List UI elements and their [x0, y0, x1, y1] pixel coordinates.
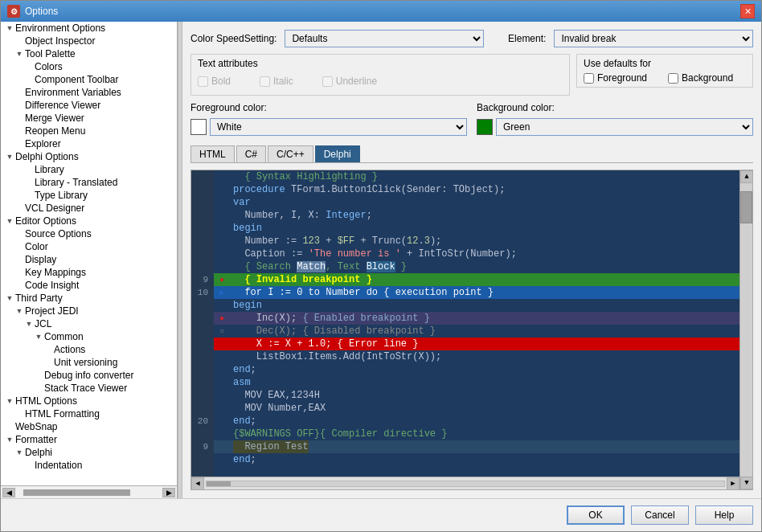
code-scroll[interactable]: 910209 ●▶●○ { Syntax Highlighting }proce…: [191, 170, 739, 477]
tree-item-editor-options[interactable]: ▼Editor Options: [1, 215, 177, 227]
tree-item-difference-viewer[interactable]: Difference Viewer: [1, 99, 177, 112]
tree-item-actions[interactable]: Actions: [1, 343, 177, 356]
bg-color-select[interactable]: Green: [496, 118, 753, 136]
hscroll-right-btn[interactable]: ▶: [727, 477, 739, 490]
tree-item-color[interactable]: Color: [1, 240, 177, 253]
tree-item-object-inspector[interactable]: Object Inspector: [1, 35, 177, 47]
italic-checkbox[interactable]: [260, 76, 270, 87]
tree-item-tool-palette[interactable]: ▼Tool Palette: [1, 47, 177, 60]
italic-checkbox-label[interactable]: Italic: [260, 76, 293, 87]
tree-item-type-library[interactable]: Type Library: [1, 189, 177, 202]
tab-html[interactable]: HTML: [190, 145, 235, 162]
vscroll-up-btn[interactable]: ▲: [740, 170, 753, 183]
tree-label-type-library: Type Library: [35, 190, 88, 201]
tree-scroll[interactable]: ▼Environment OptionsObject Inspector▼Too…: [1, 22, 177, 485]
tree-label-color: Color: [25, 241, 48, 252]
tree-item-library[interactable]: Library: [1, 163, 177, 176]
hscroll-left-btn[interactable]: ◀: [191, 477, 204, 490]
color-speed-select[interactable]: Defaults: [285, 30, 484, 47]
tab-delphi[interactable]: Delphi: [315, 145, 360, 162]
tree-item-merge-viewer[interactable]: Merge Viewer: [1, 112, 177, 125]
tree-item-stack-trace-viewer[interactable]: Stack Trace Viewer: [1, 382, 177, 395]
tree-label-source-options: Source Options: [25, 228, 92, 239]
tree-item-html-options[interactable]: ▼HTML Options: [1, 395, 177, 407]
tree-item-common[interactable]: ▼Common: [1, 330, 177, 343]
vscroll-thumb[interactable]: [740, 191, 752, 223]
hscroll-thumb[interactable]: [23, 489, 130, 496]
tree-item-vcl-designer[interactable]: VCL Designer: [1, 202, 177, 215]
line-number-18: [191, 402, 211, 415]
line-number-4: [191, 222, 211, 235]
tree-item-source-options[interactable]: Source Options: [1, 227, 177, 240]
code-area: 910209 ●▶●○ { Syntax Highlighting }proce…: [190, 170, 753, 490]
foreground-default-label[interactable]: Foreground: [584, 72, 647, 84]
bold-checkbox[interactable]: [198, 76, 208, 87]
marker-9: ▶: [214, 286, 230, 299]
tree-item-websnap[interactable]: WebSnap: [1, 420, 177, 433]
tab-csharp[interactable]: C#: [236, 145, 266, 162]
tree-item-reopen-menu[interactable]: Reopen Menu: [1, 125, 177, 137]
scroll-right-btn[interactable]: ▶: [162, 488, 175, 497]
use-defaults-checkboxes: Foreground Background: [584, 72, 746, 84]
hscroll-track[interactable]: [206, 481, 725, 487]
code-line-13: X := X + 1.0; { Error line }: [230, 338, 739, 350]
underline-checkbox-label[interactable]: Underline: [322, 76, 377, 87]
tree-item-environment-variables[interactable]: Environment Variables: [1, 86, 177, 99]
tree-label-websnap: WebSnap: [15, 421, 57, 432]
tree-item-jcl[interactable]: ▼JCL: [1, 317, 177, 330]
code-line-7: { Search Match, Text Block }: [230, 260, 739, 273]
tree-item-delphi-options[interactable]: ▼Delphi Options: [1, 150, 177, 163]
line-number-5: [191, 235, 211, 248]
tree-item-display[interactable]: Display: [1, 253, 177, 266]
fg-color-select[interactable]: White: [210, 118, 467, 136]
code-line-14: ListBox1.Items.Add(IntToStr(X));: [230, 350, 739, 363]
help-button[interactable]: Help: [695, 505, 753, 525]
text-attributes-box: Text attributes Bold Italic Underline: [190, 54, 570, 96]
tree-item-indentation[interactable]: Indentation: [1, 459, 177, 472]
tree-label-object-inspector: Object Inspector: [25, 35, 95, 47]
tree-item-colors[interactable]: Colors: [1, 60, 177, 73]
tree-item-env-options[interactable]: ▼Environment Options: [1, 22, 177, 35]
tree-item-unit-versioning[interactable]: Unit versioning: [1, 356, 177, 369]
background-default-label[interactable]: Background: [668, 72, 733, 84]
foreground-default-checkbox[interactable]: [584, 73, 594, 84]
tree-label-editor-options: Editor Options: [15, 215, 76, 227]
tree-item-explorer[interactable]: Explorer: [1, 137, 177, 150]
scroll-left-btn[interactable]: ◀: [2, 488, 15, 497]
tree-item-project-jedi[interactable]: ▼Project JEDI: [1, 305, 177, 317]
tree-item-key-mappings[interactable]: Key Mappings: [1, 266, 177, 279]
tree-item-delphi-formatter[interactable]: ▼Delphi: [1, 446, 177, 459]
tree-item-debug-info-converter[interactable]: Debug info converter: [1, 369, 177, 382]
bold-checkbox-label[interactable]: Bold: [198, 76, 231, 87]
tree-item-formatter[interactable]: ▼Formatter: [1, 433, 177, 446]
tree-label-delphi-formatter: Delphi: [25, 447, 52, 458]
tree-item-component-toolbar[interactable]: Component Toolbar: [1, 73, 177, 86]
ok-button[interactable]: OK: [567, 505, 625, 525]
close-button[interactable]: ✕: [740, 4, 755, 18]
tree-hscrollbar[interactable]: ◀ ▶: [1, 485, 177, 498]
background-default-checkbox[interactable]: [668, 73, 678, 84]
text-attrs-checkboxes: Bold Italic Underline: [198, 71, 563, 92]
vscrollbar[interactable]: ▲ ▼: [739, 170, 752, 489]
marker-14: [214, 350, 230, 363]
hscroll-thumb[interactable]: [207, 481, 231, 486]
code-line-9: for I := 0 to Number do { execution poin…: [230, 286, 739, 299]
tab-c-c++[interactable]: C/C++: [268, 145, 313, 162]
vscroll-track[interactable]: [740, 183, 752, 477]
underline-checkbox[interactable]: [322, 76, 333, 87]
tree-item-library-translated[interactable]: Library - Translated: [1, 176, 177, 189]
tree-item-third-party[interactable]: ▼Third Party: [1, 292, 177, 305]
vscroll-down-btn[interactable]: ▼: [740, 477, 753, 489]
tree-label-library: Library: [35, 164, 64, 175]
tree-item-code-insight[interactable]: Code Insight: [1, 279, 177, 292]
tree-label-explorer: Explorer: [25, 138, 61, 149]
element-select[interactable]: Invalid break: [554, 30, 753, 47]
tree-label-merge-viewer: Merge Viewer: [25, 113, 84, 124]
cancel-button[interactable]: Cancel: [631, 505, 689, 525]
marker-2: [214, 196, 230, 209]
code-hscrollbar[interactable]: ◀ ▶: [191, 477, 739, 489]
tree-item-html-formatting[interactable]: HTML Formatting: [1, 407, 177, 420]
line-number-9: 10: [191, 286, 211, 299]
line-number-20: [191, 428, 211, 440]
fg-color-row: White: [190, 118, 467, 136]
